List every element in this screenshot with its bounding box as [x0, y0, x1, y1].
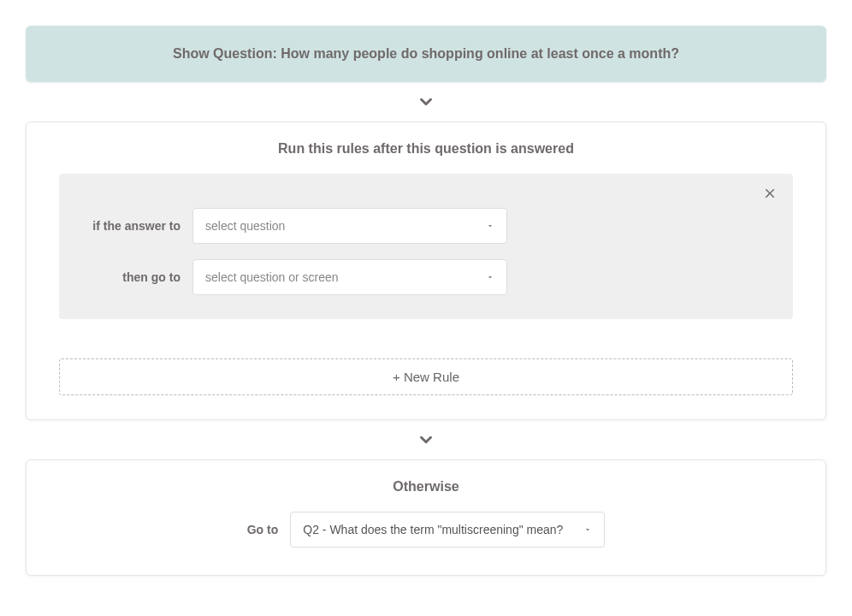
otherwise-goto-select[interactable]: Q2 - What does the term "multiscreening"… — [290, 512, 605, 548]
chevron-down-icon — [417, 430, 435, 449]
then-goto-select-value: select question or screen — [205, 270, 339, 284]
otherwise-row: Go to Q2 - What does the term "multiscre… — [59, 512, 793, 548]
question-banner-text: Show Question: How many people do shoppi… — [173, 46, 679, 61]
rule-row-then: then go to select question or screen — [86, 259, 766, 295]
rule-box: if the answer to select question then go… — [59, 174, 793, 319]
question-banner: Show Question: How many people do shoppi… — [26, 26, 826, 82]
chevron-down-icon — [486, 222, 494, 230]
goto-label: Go to — [247, 523, 279, 536]
connector-1 — [26, 82, 826, 121]
chevron-down-icon — [583, 525, 592, 534]
chevron-down-icon — [486, 273, 494, 281]
otherwise-card: Otherwise Go to Q2 - What does the term … — [26, 459, 826, 576]
if-answer-select[interactable]: select question — [192, 208, 507, 244]
rule-row-if: if the answer to select question — [86, 208, 766, 244]
otherwise-title: Otherwise — [59, 479, 793, 495]
chevron-down-icon — [417, 92, 435, 111]
add-new-rule-label: + New Rule — [393, 370, 459, 384]
if-label: if the answer to — [86, 219, 180, 233]
rules-card: Run this rules after this question is an… — [26, 121, 826, 420]
then-label: then go to — [116, 270, 180, 284]
connector-2 — [26, 420, 826, 459]
then-goto-select[interactable]: select question or screen — [192, 259, 507, 295]
otherwise-goto-value: Q2 - What does the term "multiscreening"… — [303, 523, 563, 536]
add-new-rule-button[interactable]: + New Rule — [59, 358, 793, 395]
if-answer-select-value: select question — [205, 219, 285, 233]
close-icon[interactable] — [762, 186, 778, 201]
rules-card-title: Run this rules after this question is an… — [59, 141, 793, 157]
